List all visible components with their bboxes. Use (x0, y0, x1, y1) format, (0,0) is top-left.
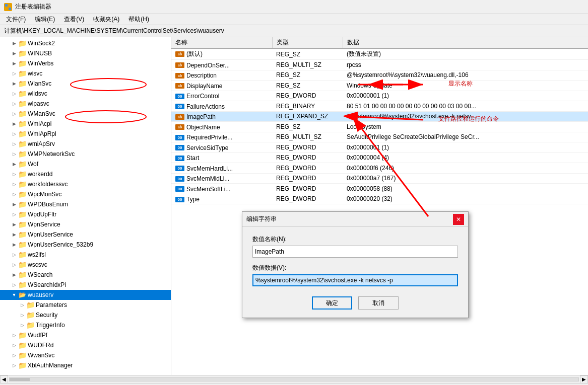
tree-item-wmiapSrv[interactable]: ▷ 📁 wmiApSrv (0, 139, 171, 149)
svg-rect-0 (5, 4, 8, 7)
menu-help[interactable]: 帮助(H) (124, 14, 153, 25)
tree-item-wof[interactable]: ▶ 📁 Wof (0, 159, 171, 169)
tree-label: workfolderssvc (28, 181, 68, 188)
tree-item-workfolderssvc[interactable]: ▷ 📁 workfolderssvc (0, 179, 171, 189)
menu-view[interactable]: 查看(V) (60, 14, 88, 25)
tree-item-wmiapRpl[interactable]: ▷ 📁 WmiApRpl (0, 129, 171, 139)
tree-item-wpnservice[interactable]: ▶ 📁 WpnService (0, 219, 171, 229)
app-icon (4, 3, 12, 11)
scroll-track[interactable] (9, 377, 579, 381)
tree-item-wscsvc[interactable]: ▷ 📁 wscsvc (0, 260, 171, 270)
tree-item-xblauthmanager[interactable]: ▷ 📁 XblAuthManager (0, 360, 171, 370)
tree-item-wisvc[interactable]: ▷ 📁 wisvc (0, 68, 171, 79)
tree-panel[interactable]: ▶ 📁 WinSock2 ▶ 📁 WINUSB ▶ 📁 WinVerbs ▷ 📁… (0, 37, 171, 375)
svg-rect-2 (5, 8, 8, 10)
reg-type-cell: REG_DWORD (272, 163, 343, 174)
tree-item-wwansvc[interactable]: ▷ 📁 WwanSvc (0, 350, 171, 360)
tree-item-triggerinfo[interactable]: ▷ 📁 TriggerInfo (0, 320, 171, 330)
tree-label: WmiApRpl (28, 130, 56, 137)
table-row[interactable]: 00 SvcMemHardLi...REG_DWORD0x000000f6 (2… (171, 163, 588, 174)
data-input[interactable] (252, 274, 458, 286)
tree-item-wudfpf[interactable]: ▷ 📁 WudfPf (0, 330, 171, 340)
table-row[interactable]: ab DescriptionREG_SZ@%systemroot%\system… (171, 70, 588, 81)
tree-item-wudfrd[interactable]: ▷ 📁 WUDFRd (0, 340, 171, 350)
table-row[interactable]: 00 ServiceSidTypeREG_DWORD0x00000001 (1) (171, 142, 588, 153)
reg-name-cell: 00 ErrorControl (171, 91, 272, 101)
tree-label: WwanSvc (28, 352, 54, 359)
tree-label: WPDBusEnum (28, 201, 68, 208)
reg-name-cell: 00 SvcMemSoftLi... (171, 184, 272, 194)
tree-item-winsock2[interactable]: ▶ 📁 WinSock2 (0, 38, 171, 48)
expand-icon: ▷ (10, 351, 18, 359)
expand-icon: ▷ (10, 331, 18, 339)
table-row[interactable]: 00 SvcMemSoftLi...REG_DWORD0x00000058 (8… (171, 184, 588, 194)
tree-item-winverbs[interactable]: ▶ 📁 WinVerbs (0, 58, 171, 68)
tree-label: WmiAcpi (28, 120, 51, 127)
folder-icon: 📁 (18, 220, 26, 228)
name-input[interactable] (252, 246, 458, 258)
cancel-button[interactable]: 取消 (358, 296, 399, 310)
tree-item-wlpasvc[interactable]: ▷ 📁 wlpasvc (0, 99, 171, 109)
table-row[interactable]: ab ImagePathREG_EXPAND_SZ%systemroot%\sy… (171, 111, 588, 122)
dialog-close-button[interactable]: ✕ (453, 214, 464, 225)
reg-name-cell: 00 SvcMemHardLi... (171, 163, 272, 174)
folder-icon: 📁 (26, 311, 34, 319)
scroll-left-btn[interactable]: ◀ (0, 375, 8, 383)
table-row[interactable]: 00 ErrorControlREG_DWORD0x00000001 (1) (171, 91, 588, 101)
tree-item-ws2ifsl[interactable]: ▷ 📁 ws2ifsl (0, 250, 171, 260)
tree-item-wpdupfltr[interactable]: ▷ 📁 WpdUpFltr (0, 209, 171, 219)
table-row[interactable]: 00 RequiredPrivile...REG_MULTI_SZSeAudit… (171, 132, 588, 142)
tree-item-wsearch[interactable]: ▶ 📁 WSearch (0, 270, 171, 280)
tree-item-wpnuserservice532[interactable]: ▶ 📁 WpnUserService_532b9 (0, 240, 171, 250)
table-row[interactable]: ab DependOnSer...REG_MULTI_SZrpcss (171, 60, 588, 70)
menu-file[interactable]: 文件(F) (2, 14, 30, 25)
reg-name-cell: 00 RequiredPrivile... (171, 132, 272, 142)
tree-item-wpnuserservice[interactable]: ▶ 📁 WpnUserService (0, 229, 171, 240)
tree-item-wlidsvc[interactable]: ▷ 📁 wlidsvc (0, 89, 171, 99)
title-bar: 注册表编辑器 (0, 0, 588, 14)
window-title: 注册表编辑器 (15, 3, 51, 11)
scroll-thumb[interactable] (10, 378, 30, 381)
expand-icon: ▷ (10, 180, 18, 188)
table-row[interactable]: 00 SvcMemMidLi...REG_DWORD0x000000a7 (16… (171, 173, 588, 184)
table-row[interactable]: 00 FailureActionsREG_BINARY80 51 01 00 0… (171, 101, 588, 112)
tree-item-winusb[interactable]: ▶ 📁 WINUSB (0, 48, 171, 58)
tree-item-wuauserv[interactable]: ▼ 📂 wuauserv (0, 290, 171, 300)
tree-item-wmansvc[interactable]: ▷ 📁 WManSvc (0, 109, 171, 119)
expand-icon: ▶ (10, 80, 18, 88)
tree-item-workerdd[interactable]: ▷ 📁 workerdd (0, 169, 171, 179)
table-row[interactable]: ab DisplayNameREG_SZWindows Update (171, 81, 588, 91)
tree-label: WINUSB (28, 50, 52, 57)
reg-data-cell: 0x000000f6 (246) (343, 163, 588, 174)
table-row[interactable]: 00 StartREG_DWORD0x00000004 (4) (171, 152, 588, 163)
edit-string-dialog[interactable]: 编辑字符串 ✕ 数值名称(N): 数值数据(V): 确定 取消 (242, 211, 469, 318)
col-data[interactable]: 数据 (343, 37, 588, 48)
col-name[interactable]: 名称 (171, 37, 272, 48)
col-type[interactable]: 类型 (272, 37, 343, 48)
registry-table: 名称 类型 数据 ab (默认)REG_SZ(数值未设置)ab DependOn… (171, 37, 588, 204)
ok-button[interactable]: 确定 (312, 296, 352, 310)
table-row[interactable]: ab ObjectNameREG_SZLocalSystem (171, 122, 588, 132)
tree-item-wpdbusenum[interactable]: ▶ 📁 WPDBusEnum (0, 199, 171, 209)
tree-item-wsearchidxpi[interactable]: ▷ 📁 WSearchIdxPi (0, 280, 171, 290)
menu-edit[interactable]: 编辑(E) (31, 14, 59, 25)
tree-item-wmiacpi[interactable]: ▶ 📁 WmiAcpi (0, 119, 171, 129)
folder-icon: 📁 (18, 361, 26, 369)
reg-data-cell: 0x00000058 (88) (343, 184, 588, 194)
horizontal-scrollbar[interactable]: ◀ ▶ (0, 375, 588, 383)
tree-item-wmpnetwork[interactable]: ▷ 📁 WMPNetworkSvc (0, 149, 171, 159)
tree-label: WpcMonSvc (28, 191, 61, 198)
breadcrumb: 计算机\HKEY_LOCAL_MACHINE\SYSTEM\CurrentCon… (0, 25, 588, 37)
tree-item-parameters[interactable]: ▷ 📁 Parameters (0, 300, 171, 310)
expand-icon: ▶ (10, 220, 18, 228)
menu-bar: 文件(F) 编辑(E) 查看(V) 收藏夹(A) 帮助(H) (0, 14, 588, 25)
table-row[interactable]: ab (默认)REG_SZ(数值未设置) (171, 48, 588, 60)
tree-item-security[interactable]: ▷ 📁 Security (0, 310, 171, 320)
folder-icon: 📁 (18, 90, 26, 98)
folder-icon: 📁 (18, 110, 26, 118)
tree-item-wlansvc[interactable]: ▶ 📁 WlanSvc (0, 79, 171, 89)
tree-item-wpcmon[interactable]: ▷ 📁 WpcMonSvc (0, 189, 171, 199)
table-row[interactable]: 00 TypeREG_DWORD0x00000020 (32) (171, 194, 588, 204)
menu-favorites[interactable]: 收藏夹(A) (89, 14, 123, 25)
scroll-right-btn[interactable]: ▶ (580, 375, 588, 383)
